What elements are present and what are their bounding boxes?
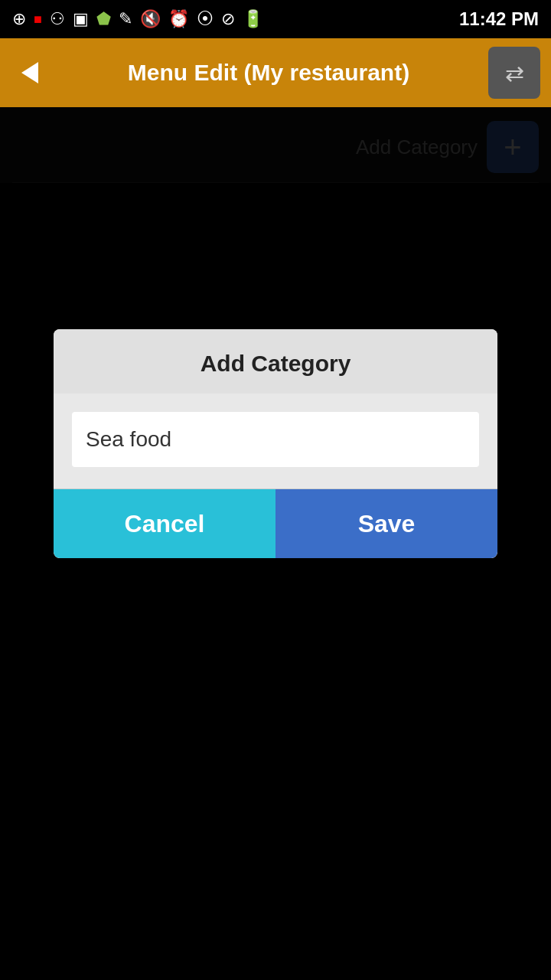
usb-icon: ⚇ xyxy=(50,9,65,29)
cancel-button[interactable]: Cancel xyxy=(54,489,276,558)
status-bar-icons: ⊕ ■ ⚇ ▣ ⬟ ✎ 🔇 ⏰ ⦿ ⊘ 🔋 xyxy=(12,9,263,29)
android-icon: ⬟ xyxy=(96,9,111,29)
alarm-icon: ⏰ xyxy=(168,9,189,29)
add-icon: ⊕ xyxy=(12,9,26,29)
image-icon: ▣ xyxy=(73,9,89,29)
app-bar-title: Menu Edit (My restaurant) xyxy=(49,60,488,86)
back-button[interactable] xyxy=(11,54,49,92)
app-bar: Menu Edit (My restaurant) ⇄ xyxy=(0,38,551,107)
aliexpress-icon: ■ xyxy=(34,11,42,28)
dialog-footer: Cancel Save xyxy=(54,488,497,558)
modal-overlay: Add Category Cancel Save xyxy=(0,107,551,980)
switch-button[interactable]: ⇄ xyxy=(488,47,540,99)
dialog-title-bar: Add Category xyxy=(54,329,497,394)
dialog-body xyxy=(54,394,497,488)
status-time: 11:42 PM xyxy=(459,8,539,30)
switch-icon: ⇄ xyxy=(505,60,524,87)
save-button[interactable]: Save xyxy=(276,489,497,558)
block-icon: ⊘ xyxy=(221,9,235,29)
battery-icon: 🔋 xyxy=(243,9,263,29)
wifi-icon: ⦿ xyxy=(197,9,214,29)
arrow-back-icon xyxy=(21,62,38,83)
add-category-dialog: Add Category Cancel Save xyxy=(54,329,497,558)
category-name-input[interactable] xyxy=(72,412,479,467)
mute-icon: 🔇 xyxy=(140,9,161,29)
edit-icon: ✎ xyxy=(119,9,132,29)
status-bar: ⊕ ■ ⚇ ▣ ⬟ ✎ 🔇 ⏰ ⦿ ⊘ 🔋 11:42 PM xyxy=(0,0,551,38)
dialog-title: Add Category xyxy=(201,351,351,376)
